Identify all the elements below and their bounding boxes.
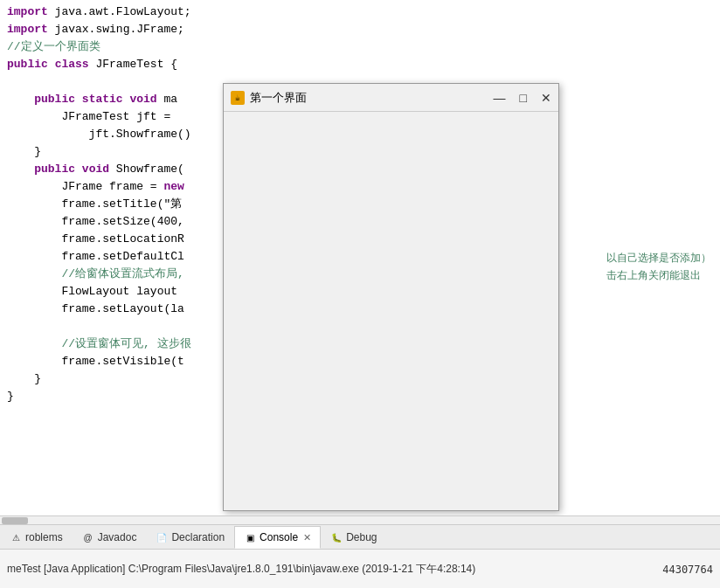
tab-console[interactable]: ▣ Console ✕ <box>234 526 321 549</box>
tab-console-label: Console <box>260 531 298 543</box>
status-number: 44307764 <box>662 564 713 576</box>
keyword: public <box>7 58 48 71</box>
console-icon: ▣ <box>244 531 256 543</box>
bottom-bar: ⚠ roblems @ Javadoc 📄 Declaration ▣ Cons… <box>0 524 720 588</box>
tab-javadoc[interactable]: @ Javadoc <box>73 526 147 549</box>
maximize-button[interactable]: □ <box>520 92 527 104</box>
keyword: import <box>7 23 48 36</box>
code-editor: import java.awt.FlowLayout; import javax… <box>0 0 720 524</box>
jframe-titlebar[interactable]: ☕ 第一个界面 — □ ✕ <box>224 84 558 112</box>
problems-icon: ⚠ <box>10 531 22 543</box>
keyword: import <box>7 5 48 18</box>
tab-declaration[interactable]: 📄 Declaration <box>146 526 234 549</box>
tab-debug[interactable]: 🐛 Debug <box>321 526 386 549</box>
declaration-icon: 📄 <box>156 531 168 543</box>
tabs-row: ⚠ roblems @ Javadoc 📄 Declaration ▣ Cons… <box>0 525 720 550</box>
javadoc-icon: @ <box>82 531 94 543</box>
minimize-button[interactable]: — <box>494 92 506 104</box>
tab-debug-label: Debug <box>346 531 377 543</box>
tab-javadoc-label: Javadoc <box>98 531 137 543</box>
jframe-window[interactable]: ☕ 第一个界面 — □ ✕ <box>223 83 559 511</box>
jframe-title: 第一个界面 <box>250 90 494 106</box>
scrollbar-thumb[interactable] <box>2 517 28 524</box>
jframe-controls: — □ ✕ <box>494 92 551 104</box>
jframe-app-icon: ☕ <box>231 91 245 105</box>
comment-line2: 击右上角关闭能退出 <box>606 266 711 284</box>
tab-problems[interactable]: ⚠ roblems <box>0 526 73 549</box>
right-comments: 以自己选择是否添加） 击右上角关闭能退出 <box>606 249 711 284</box>
status-text: meTest [Java Application] C:\Program Fil… <box>7 562 662 577</box>
debug-icon: 🐛 <box>330 531 343 543</box>
tab-problems-label: roblems <box>25 531 63 543</box>
console-close-icon[interactable]: ✕ <box>303 532 311 543</box>
status-bar: meTest [Java Application] C:\Program Fil… <box>0 550 720 588</box>
comment-line1: 以自己选择是否添加） <box>606 249 711 266</box>
close-button[interactable]: ✕ <box>541 92 551 104</box>
horizontal-scrollbar[interactable] <box>0 515 720 524</box>
tab-declaration-label: Declaration <box>171 531 225 543</box>
jframe-body <box>224 112 558 510</box>
comment: //定义一个界面类 <box>7 40 100 53</box>
